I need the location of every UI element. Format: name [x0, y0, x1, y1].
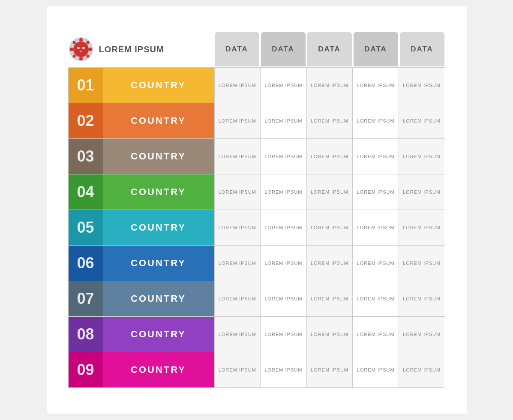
row-country-09: COUNTRY	[103, 352, 214, 387]
data-cell-01-2: LOREM IPSUM	[260, 68, 306, 103]
data-cell-05-2: LOREM IPSUM	[260, 210, 306, 245]
row-label-01: 01COUNTRY	[69, 68, 214, 103]
svg-point-4	[70, 48, 73, 51]
row-country-05: COUNTRY	[103, 210, 214, 245]
data-cell-01-1: LOREM IPSUM	[214, 68, 261, 103]
row-country-02: COUNTRY	[103, 103, 214, 138]
row-country-08: COUNTRY	[103, 317, 214, 352]
data-cell-01-5: LOREM IPSUM	[399, 68, 445, 103]
data-cell-02-5: LOREM IPSUM	[399, 103, 445, 138]
header-col-2: DATA	[261, 32, 306, 66]
row-country-06: COUNTRY	[103, 246, 214, 281]
main-container: LOREM IPSUM DATA DATA DATA DATA DATA 01C…	[47, 6, 467, 414]
row-country-07: COUNTRY	[103, 281, 214, 316]
data-cell-01-4: LOREM IPSUM	[352, 68, 399, 103]
data-cell-06-5: LOREM IPSUM	[399, 246, 445, 281]
data-cell-07-3: LOREM IPSUM	[306, 281, 353, 316]
data-rows: 01COUNTRYLOREM IPSUMLOREM IPSUMLOREM IPS…	[68, 67, 445, 388]
data-cell-05-1: LOREM IPSUM	[214, 210, 261, 245]
data-row-07: 07COUNTRYLOREM IPSUMLOREM IPSUMLOREM IPS…	[69, 281, 445, 317]
data-cell-05-4: LOREM IPSUM	[352, 210, 399, 245]
data-cell-03-4: LOREM IPSUM	[352, 139, 399, 174]
data-cell-07-4: LOREM IPSUM	[352, 281, 399, 316]
row-label-04: 04COUNTRY	[69, 174, 214, 210]
virus-icon	[68, 36, 94, 62]
svg-point-7	[86, 41, 89, 44]
data-cell-02-2: LOREM IPSUM	[260, 103, 306, 138]
data-cell-05-5: LOREM IPSUM	[399, 210, 445, 245]
row-label-06: 06COUNTRY	[69, 246, 214, 281]
row-label-05: 05COUNTRY	[69, 210, 214, 245]
data-cell-08-3: LOREM IPSUM	[306, 317, 353, 352]
data-cell-09-4: LOREM IPSUM	[352, 352, 399, 387]
data-row-09: 09COUNTRYLOREM IPSUMLOREM IPSUMLOREM IPS…	[69, 352, 445, 387]
svg-point-20	[80, 51, 82, 52]
data-cell-06-2: LOREM IPSUM	[260, 246, 306, 281]
data-cell-07-5: LOREM IPSUM	[399, 281, 445, 316]
header-col-4: DATA	[354, 32, 398, 66]
data-cell-04-2: LOREM IPSUM	[260, 174, 306, 210]
logo-text: LOREM IPSUM	[99, 45, 164, 54]
header-col-3: DATA	[307, 32, 352, 66]
data-cell-08-5: LOREM IPSUM	[399, 317, 445, 352]
data-cell-04-1: LOREM IPSUM	[214, 174, 261, 210]
row-number-08: 08	[69, 317, 103, 352]
data-cell-06-1: LOREM IPSUM	[214, 246, 261, 281]
data-cell-06-4: LOREM IPSUM	[352, 246, 399, 281]
data-cell-09-1: LOREM IPSUM	[214, 352, 261, 387]
data-cell-02-1: LOREM IPSUM	[214, 103, 261, 138]
data-cell-07-1: LOREM IPSUM	[214, 281, 261, 316]
row-label-08: 08COUNTRY	[69, 317, 214, 352]
data-cell-04-5: LOREM IPSUM	[399, 174, 445, 210]
data-cell-03-2: LOREM IPSUM	[260, 139, 306, 174]
header-row: LOREM IPSUM DATA DATA DATA DATA DATA	[68, 32, 445, 66]
row-number-05: 05	[69, 210, 103, 245]
data-cell-08-1: LOREM IPSUM	[214, 317, 261, 352]
data-cell-05-3: LOREM IPSUM	[306, 210, 353, 245]
table-wrapper: LOREM IPSUM DATA DATA DATA DATA DATA 01C…	[68, 32, 445, 388]
row-label-02: 02COUNTRY	[69, 103, 214, 138]
data-cell-09-5: LOREM IPSUM	[399, 352, 445, 387]
data-cell-09-2: LOREM IPSUM	[260, 352, 306, 387]
svg-point-2	[79, 38, 83, 42]
data-cell-03-1: LOREM IPSUM	[214, 139, 261, 174]
svg-point-6	[72, 41, 75, 44]
row-number-03: 03	[69, 139, 103, 174]
row-country-04: COUNTRY	[103, 174, 214, 210]
svg-point-18	[77, 47, 80, 49]
data-cell-02-3: LOREM IPSUM	[306, 103, 353, 138]
data-cell-07-2: LOREM IPSUM	[260, 281, 306, 316]
row-number-09: 09	[69, 352, 103, 387]
row-label-09: 09COUNTRY	[69, 352, 214, 387]
data-cell-09-3: LOREM IPSUM	[306, 352, 353, 387]
row-label-03: 03COUNTRY	[69, 139, 214, 174]
data-cell-08-2: LOREM IPSUM	[260, 317, 306, 352]
header-col-5: DATA	[400, 32, 444, 66]
data-cell-08-4: LOREM IPSUM	[352, 317, 399, 352]
row-number-01: 01	[69, 68, 103, 103]
data-row-02: 02COUNTRYLOREM IPSUMLOREM IPSUMLOREM IPS…	[69, 103, 445, 139]
svg-point-5	[89, 48, 92, 51]
header-col-1: DATA	[215, 32, 259, 66]
row-country-03: COUNTRY	[103, 139, 214, 174]
data-row-04: 04COUNTRYLOREM IPSUMLOREM IPSUMLOREM IPS…	[69, 174, 445, 210]
svg-point-8	[72, 55, 75, 58]
data-cell-02-4: LOREM IPSUM	[352, 103, 399, 138]
svg-point-3	[79, 57, 83, 60]
data-row-06: 06COUNTRYLOREM IPSUMLOREM IPSUMLOREM IPS…	[69, 246, 445, 281]
data-row-05: 05COUNTRYLOREM IPSUMLOREM IPSUMLOREM IPS…	[69, 210, 445, 246]
logo-cell: LOREM IPSUM	[68, 32, 214, 66]
row-label-07: 07COUNTRY	[69, 281, 214, 316]
data-cell-03-3: LOREM IPSUM	[306, 139, 353, 174]
data-cell-06-3: LOREM IPSUM	[306, 246, 353, 281]
data-cell-03-5: LOREM IPSUM	[399, 139, 445, 174]
row-country-01: COUNTRY	[103, 68, 214, 103]
data-row-03: 03COUNTRYLOREM IPSUMLOREM IPSUMLOREM IPS…	[69, 139, 445, 174]
row-number-06: 06	[69, 246, 103, 281]
data-row-01: 01COUNTRYLOREM IPSUMLOREM IPSUMLOREM IPS…	[69, 68, 445, 103]
data-cell-04-4: LOREM IPSUM	[352, 174, 399, 210]
svg-point-9	[86, 55, 89, 58]
row-number-04: 04	[69, 174, 103, 210]
row-number-02: 02	[69, 103, 103, 138]
data-cell-01-3: LOREM IPSUM	[306, 68, 353, 103]
